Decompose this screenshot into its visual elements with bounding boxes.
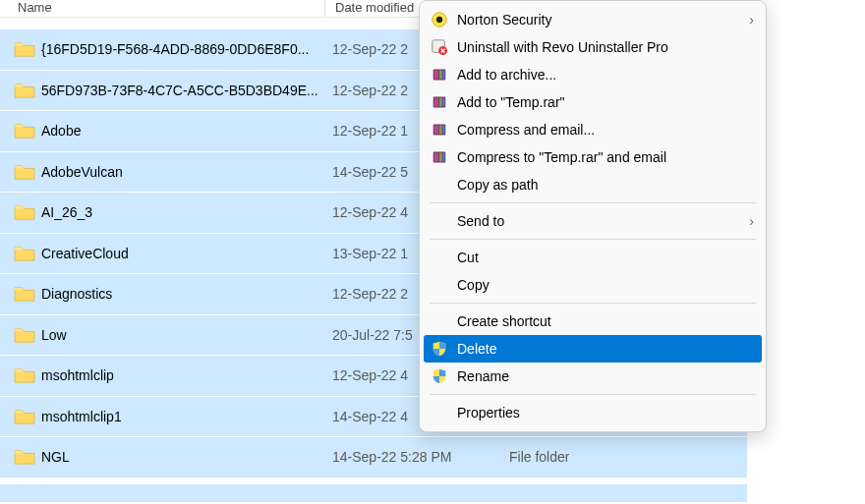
menu-separator xyxy=(430,202,756,203)
column-header-name[interactable]: Name xyxy=(0,0,324,17)
blank-icon xyxy=(430,311,449,331)
file-date: 14-Sep-22 5:28 PM xyxy=(322,449,499,465)
svg-rect-10 xyxy=(439,98,442,107)
folder-icon xyxy=(14,163,35,181)
blank-icon xyxy=(430,211,449,231)
file-name: AI_26_3 xyxy=(41,204,322,220)
menu-norton[interactable]: Norton Security › xyxy=(420,6,766,33)
blank-icon xyxy=(430,403,449,422)
table-row[interactable]: NGL 14-Sep-22 5:28 PM File folder xyxy=(0,437,747,477)
svg-rect-14 xyxy=(439,126,442,135)
folder-icon xyxy=(14,122,35,140)
folder-icon xyxy=(14,366,35,384)
folder-icon xyxy=(14,245,35,262)
menu-label: Delete xyxy=(457,341,754,357)
menu-label: Uninstall with Revo Uninstaller Pro xyxy=(457,39,754,55)
file-name: {16FD5D19-F568-4ADD-8869-0DD6E8F0... xyxy=(41,41,322,57)
svg-rect-6 xyxy=(439,71,442,80)
file-name: Diagnostics xyxy=(41,286,322,302)
svg-rect-9 xyxy=(434,98,439,107)
blank-icon xyxy=(430,275,449,295)
menu-separator xyxy=(430,394,756,395)
menu-revo[interactable]: Uninstall with Revo Uninstaller Pro xyxy=(420,33,766,61)
menu-compress[interactable]: Compress and email... xyxy=(420,116,766,143)
revo-icon xyxy=(430,37,449,57)
selection-strip xyxy=(0,484,747,502)
svg-rect-13 xyxy=(434,126,439,135)
folder-icon xyxy=(14,203,35,221)
winrar-icon xyxy=(430,65,449,84)
svg-rect-11 xyxy=(443,98,445,107)
menu-sendto[interactable]: Send to › xyxy=(420,207,766,235)
menu-shortcut[interactable]: Create shortcut xyxy=(420,308,766,335)
svg-rect-19 xyxy=(443,153,445,162)
file-name: NGL xyxy=(41,449,322,465)
file-name: 56FD973B-73F8-4C7C-A5CC-B5D3BD49E... xyxy=(41,83,322,98)
context-menu: Norton Security › Uninstall with Revo Un… xyxy=(419,0,767,432)
menu-label: Add to archive... xyxy=(457,67,754,83)
shield-icon xyxy=(430,339,449,359)
folder-icon xyxy=(14,326,35,344)
menu-label: Copy as path xyxy=(457,177,754,193)
menu-addrar[interactable]: Add to "Temp.rar" xyxy=(420,88,766,116)
menu-label: Properties xyxy=(457,405,754,420)
menu-copypath[interactable]: Copy as path xyxy=(420,171,766,198)
menu-delete[interactable]: Delete xyxy=(424,335,762,363)
menu-properties[interactable]: Properties xyxy=(420,399,766,426)
menu-separator xyxy=(430,303,756,304)
menu-label: Send to xyxy=(457,213,749,229)
file-name: Adobe xyxy=(41,123,322,139)
norton-icon xyxy=(430,10,449,29)
menu-label: Compress and email... xyxy=(457,122,754,138)
svg-rect-15 xyxy=(443,126,445,135)
menu-label: Norton Security xyxy=(457,12,749,28)
folder-icon xyxy=(14,408,35,425)
blank-icon xyxy=(430,248,449,267)
menu-compresstemp[interactable]: Compress to "Temp.rar" and email xyxy=(420,143,766,171)
menu-rename[interactable]: Rename xyxy=(420,363,766,390)
submenu-arrow-icon: › xyxy=(749,12,754,28)
blank-icon xyxy=(430,175,449,195)
file-name: AdobeVulcan xyxy=(41,164,322,180)
menu-label: Copy xyxy=(457,277,754,293)
winrar-icon xyxy=(430,120,449,140)
shield-icon xyxy=(430,366,449,386)
winrar-icon xyxy=(430,92,449,112)
svg-rect-5 xyxy=(434,71,439,80)
menu-label: Compress to "Temp.rar" and email xyxy=(457,149,754,165)
file-type: File folder xyxy=(499,449,569,465)
file-name: msohtmlclip xyxy=(41,367,322,383)
menu-label: Cut xyxy=(457,250,754,265)
folder-icon xyxy=(14,82,35,99)
svg-rect-18 xyxy=(439,153,442,162)
menu-copy[interactable]: Copy xyxy=(420,271,766,299)
svg-rect-7 xyxy=(443,71,445,80)
submenu-arrow-icon: › xyxy=(749,213,754,229)
folder-icon xyxy=(14,448,35,466)
menu-label: Create shortcut xyxy=(457,313,754,329)
menu-archive[interactable]: Add to archive... xyxy=(420,61,766,88)
file-name: msohtmlclip1 xyxy=(41,409,322,424)
file-name: CreativeCloud xyxy=(41,246,322,261)
menu-label: Add to "Temp.rar" xyxy=(457,94,754,110)
file-name: Low xyxy=(41,327,322,343)
menu-separator xyxy=(430,239,756,240)
menu-label: Rename xyxy=(457,368,754,384)
winrar-icon xyxy=(430,147,449,167)
menu-cut[interactable]: Cut xyxy=(420,244,766,271)
svg-rect-17 xyxy=(434,153,439,162)
svg-point-1 xyxy=(436,17,442,23)
folder-icon xyxy=(14,40,35,58)
folder-icon xyxy=(14,285,35,303)
